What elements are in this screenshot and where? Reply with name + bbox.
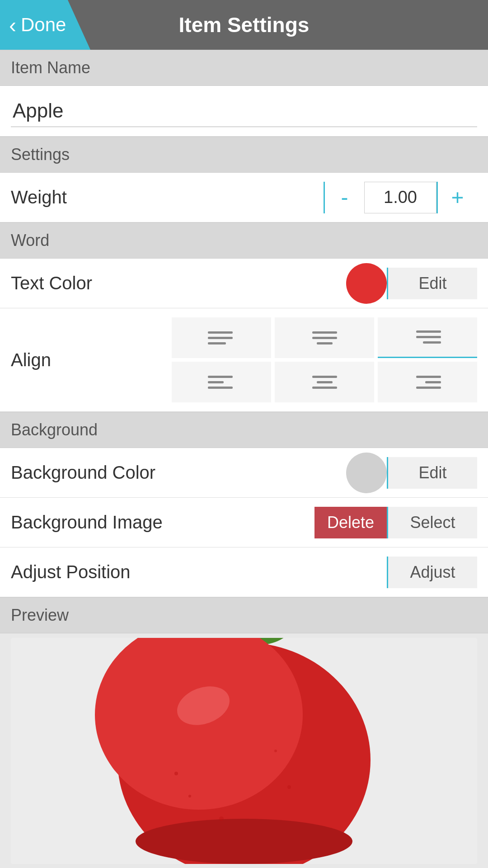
background-color-row: Background Color Edit [0, 448, 488, 498]
background-image-select-button[interactable]: Select [387, 507, 477, 538]
align-grid [172, 317, 477, 402]
svg-point-7 [274, 750, 277, 752]
preview-container [0, 633, 488, 864]
align-section: Align [0, 308, 488, 412]
text-color-edit-button[interactable]: Edit [387, 268, 477, 299]
weight-controls: - 1.00 + [324, 182, 477, 213]
header: ‹ Done Item Settings [0, 0, 488, 50]
svg-point-4 [174, 772, 178, 775]
chevron-left-icon: ‹ [9, 13, 16, 38]
adjust-position-label: Adjust Position [11, 562, 387, 582]
preview-image-box [11, 638, 477, 864]
align-center-bottom-button[interactable] [275, 362, 374, 402]
background-section-header: Background [0, 412, 488, 448]
item-name-input[interactable] [11, 95, 477, 127]
word-section-header: Word [0, 222, 488, 259]
align-label: Align [11, 350, 172, 370]
background-image-row: Background Image Delete Select [0, 498, 488, 547]
background-color-controls: Edit [346, 453, 477, 493]
align-row-2 [172, 362, 477, 402]
align-left-icon [208, 331, 235, 344]
weight-minus-button[interactable]: - [324, 182, 364, 213]
align-center-top-button[interactable] [275, 317, 374, 358]
svg-point-6 [287, 785, 291, 789]
item-name-row [0, 86, 488, 137]
item-name-section-header: Item Name [0, 50, 488, 86]
done-button[interactable]: ‹ Done [0, 0, 90, 50]
adjust-position-controls: Adjust [387, 557, 477, 588]
weight-value-display: 1.00 [364, 182, 436, 213]
adjust-position-button[interactable]: Adjust [387, 557, 477, 588]
background-image-controls: Delete Select [314, 507, 477, 538]
svg-point-3 [136, 819, 352, 864]
background-color-edit-button[interactable]: Edit [387, 457, 477, 489]
align-right-top-button[interactable] [378, 317, 477, 358]
text-color-controls: Edit [346, 263, 477, 304]
background-image-delete-button[interactable]: Delete [314, 507, 387, 538]
align-row-layout: Align [11, 317, 477, 402]
text-color-circle [346, 263, 387, 304]
adjust-position-row: Adjust Position Adjust [0, 547, 488, 597]
align-right-bottom-button[interactable] [378, 362, 477, 402]
svg-point-5 [188, 795, 191, 797]
align-left-bottom-icon [208, 376, 235, 389]
done-label: Done [21, 14, 66, 36]
apple-preview-image [75, 638, 413, 864]
background-color-label: Background Color [11, 462, 346, 483]
weight-row: Weight - 1.00 + [0, 173, 488, 222]
svg-point-8 [219, 816, 224, 821]
align-left-top-button[interactable] [172, 317, 271, 358]
text-color-row: Text Color Edit [0, 259, 488, 308]
align-center-bottom-icon [311, 376, 338, 389]
align-right-bottom-icon [414, 376, 441, 389]
text-color-label: Text Color [11, 273, 346, 293]
settings-section-header: Settings [0, 137, 488, 173]
background-color-circle [346, 453, 387, 493]
weight-label: Weight [11, 187, 324, 208]
align-right-icon [414, 330, 441, 344]
weight-plus-button[interactable]: + [436, 182, 477, 213]
background-image-label: Background Image [11, 512, 314, 533]
align-center-icon [311, 331, 338, 344]
preview-section-header: Preview [0, 597, 488, 633]
align-row-1 [172, 317, 477, 358]
align-left-bottom-button[interactable] [172, 362, 271, 402]
